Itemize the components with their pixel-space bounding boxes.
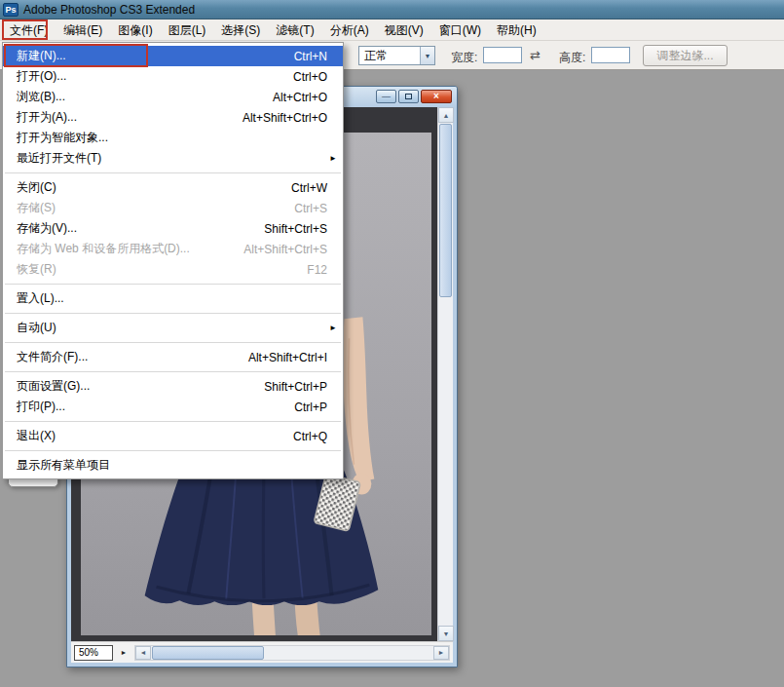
menu-item[interactable]: 退出(X)Ctrl+Q [3,426,343,446]
submenu-arrow-icon: ► [329,324,337,332]
menu-item[interactable]: 关闭(C)Ctrl+W [3,177,343,198]
blend-mode-dropdown[interactable]: 正常 ▼ [358,46,435,65]
flyout-arrow-icon: ► [121,649,128,656]
horizontal-scroll-thumb[interactable] [152,646,264,660]
swap-dimensions-icon[interactable]: ⇄ [530,48,541,62]
menu-item-label: 最近打开文件(T) [17,150,327,167]
vertical-scroll-thumb[interactable] [439,124,452,297]
menu-item-label: 文件简介(F)... [17,349,229,365]
menu-item[interactable]: 置入(L)... [3,288,343,309]
photoshop-app-window: Ps Adobe Photoshop CS3 Extended 文件(F)编辑(… [0,0,784,687]
close-button[interactable]: × [421,90,452,103]
menu-item[interactable]: 显示所有菜单项目 [3,455,343,476]
menu-item-label: 退出(X) [17,428,274,444]
menubar-item[interactable]: 选择(S) [213,19,268,40]
menu-item-label: 关闭(C) [17,179,272,196]
menu-item: 恢复(R)F12 [3,259,343,280]
vertical-scrollbar[interactable]: ▲ ▼ [437,107,453,641]
scroll-left-icon: ◄ [140,649,147,656]
menu-item[interactable]: 自动(U)► [3,318,343,338]
menu-item[interactable]: 页面设置(G)...Shift+Ctrl+P [3,376,343,397]
menu-item-shortcut: Alt+Ctrl+O [273,91,327,104]
menu-item-shortcut: Alt+Shift+Ctrl+I [248,351,327,364]
menu-item-shortcut: Ctrl+S [294,202,327,215]
maximize-button[interactable] [398,90,419,103]
window-title: Adobe Photoshop CS3 Extended [23,3,195,17]
submenu-arrow-icon: ► [329,154,337,163]
height-input[interactable] [591,47,630,63]
menu-item-label: 打印(P)... [17,399,275,415]
close-icon: × [433,92,439,101]
menu-item[interactable]: 新建(N)...Ctrl+N [3,46,343,66]
menubar-item-file[interactable]: 文件(F) [2,19,56,40]
scroll-left-button[interactable]: ◄ [135,646,151,660]
menu-item[interactable]: 打印(P)...Ctrl+P [3,397,343,417]
window-controls: — × [376,90,452,103]
menubar-item[interactable]: 图像(I) [110,19,160,40]
menubar-item[interactable]: 分析(A) [322,19,377,40]
horizontal-scrollbar[interactable]: ◄ ► [134,645,450,661]
menu-item-label: 存储为 Web 和设备所用格式(D)... [17,241,224,257]
menu-item-shortcut: Ctrl+P [294,401,327,414]
menu-item-shortcut: F12 [307,263,327,277]
refine-edge-button[interactable]: 调整边缘... [643,45,728,66]
document-status-bar: 50% ► ◄ ► [71,641,453,663]
scroll-up-button[interactable]: ▲ [438,107,454,123]
menu-item[interactable]: 最近打开文件(T)► [3,148,343,169]
menu-separator [5,172,341,173]
scroll-right-button[interactable]: ► [433,646,449,660]
status-flyout-button[interactable]: ► [117,645,131,661]
scroll-down-button[interactable]: ▼ [438,626,454,641]
menu-item-shortcut: Shift+Ctrl+P [264,380,327,394]
minimize-button[interactable]: — [376,90,396,103]
menu-item-label: 显示所有菜单项目 [17,457,327,474]
menu-item: 存储为 Web 和设备所用格式(D)...Alt+Shift+Ctrl+S [3,239,343,259]
menu-item-shortcut: Ctrl+N [294,50,327,63]
menu-item[interactable]: 打开为(A)...Alt+Shift+Ctrl+O [3,107,343,128]
menu-item-label: 存储为(V)... [17,220,244,237]
menu-bar: 文件(F)编辑(E)图像(I)图层(L)选择(S)滤镜(T)分析(A)视图(V)… [0,19,784,41]
menu-separator [5,421,341,422]
blend-mode-value: 正常 [359,48,420,64]
menu-item-label: 自动(U) [17,320,327,336]
menu-item-shortcut: Ctrl+O [293,70,327,84]
menu-item-shortcut: Alt+Shift+Ctrl+O [243,111,327,125]
menu-item-label: 打开(O)... [17,68,274,85]
menu-item-label: 浏览(B)... [17,89,253,105]
menu-item-label: 恢复(R) [17,261,287,278]
menu-item-label: 新建(N)... [17,48,275,64]
menu-item: 存储(S)Ctrl+S [3,198,343,218]
width-input[interactable] [483,47,522,63]
menu-separator [5,284,341,285]
height-label: 高度: [559,50,585,66]
menubar-item[interactable]: 窗口(W) [431,19,489,40]
menu-separator [5,342,341,343]
menu-item[interactable]: 存储为(V)...Shift+Ctrl+S [3,218,343,239]
menu-item[interactable]: 文件简介(F)...Alt+Shift+Ctrl+I [3,347,343,367]
menu-separator [5,313,341,314]
menu-item[interactable]: 打开(O)...Ctrl+O [3,66,343,87]
menubar-item[interactable]: 图层(L) [161,19,214,40]
menu-item-label: 存储(S) [17,200,275,216]
menu-item-label: 页面设置(G)... [17,378,244,395]
scroll-right-icon: ► [438,649,445,656]
menu-item-label: 打开为(A)... [17,109,223,126]
menubar-item[interactable]: 编辑(E) [56,19,110,40]
zoom-level-field[interactable]: 50% [74,645,113,661]
menu-item-shortcut: Shift+Ctrl+S [264,222,327,236]
menubar-item[interactable]: 帮助(H) [489,19,544,40]
menu-item-label: 置入(L)... [17,290,327,307]
menubar-item[interactable]: 滤镜(T) [268,19,321,40]
menu-item-shortcut: Ctrl+W [291,181,327,195]
width-label: 宽度: [451,50,477,66]
file-menu: 新建(N)...Ctrl+N打开(O)...Ctrl+O浏览(B)...Alt+… [2,42,344,479]
chevron-down-icon[interactable]: ▼ [420,47,434,64]
title-bar: Ps Adobe Photoshop CS3 Extended [0,0,784,19]
menu-item[interactable]: 打开为智能对象... [3,128,343,148]
menu-item[interactable]: 浏览(B)...Alt+Ctrl+O [3,87,343,107]
scroll-up-icon: ▲ [443,112,450,119]
menu-item-shortcut: Ctrl+Q [293,430,327,443]
maximize-icon [405,94,412,99]
scroll-down-icon: ▼ [443,630,450,637]
menubar-item[interactable]: 视图(V) [377,19,431,40]
